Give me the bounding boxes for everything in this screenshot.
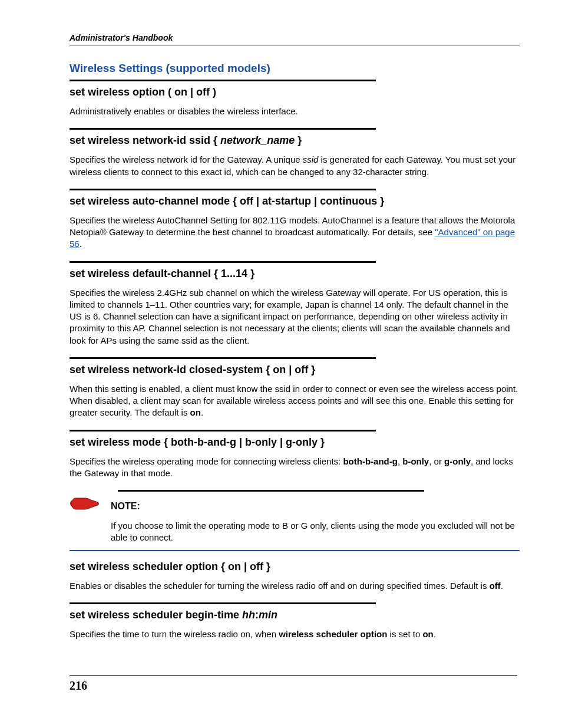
strong: g-only <box>444 456 471 466</box>
text: . <box>434 629 436 639</box>
note-label: NOTE: <box>111 501 520 512</box>
param: network_name <box>220 134 295 146</box>
strong: both-b-and-g <box>343 456 397 466</box>
text: set wireless scheduler begin-time <box>70 609 242 621</box>
term: ssid <box>303 154 319 164</box>
param: min <box>259 609 277 621</box>
divider <box>118 490 424 492</box>
note-block: NOTE: If you choose to limit the operati… <box>70 494 520 544</box>
text: Specifies the wireless operating mode fo… <box>70 456 343 466</box>
text: , <box>398 456 402 466</box>
running-header: Administrator's Handbook <box>70 33 520 42</box>
divider <box>70 128 376 130</box>
divider <box>70 602 376 604</box>
param: hh <box>242 609 255 621</box>
cmd-body: Specifies the wireless operating mode fo… <box>70 456 520 480</box>
text: is set to <box>387 629 422 639</box>
strong: off <box>490 581 501 591</box>
text: . <box>201 407 203 417</box>
text: . <box>501 581 503 591</box>
text: Specifies the time to turn the wireless … <box>70 629 279 639</box>
cmd-body: Enables or disables the scheduler for tu… <box>70 580 520 592</box>
strong: wireless scheduler option <box>279 629 387 639</box>
section-title: Wireless Settings (supported models) <box>70 62 520 75</box>
cmd-heading: set wireless mode { both-b-and-g | b-onl… <box>70 436 520 449</box>
text: When this setting is enabled, a client m… <box>70 384 518 418</box>
cmd-body: Specifies the wireless AutoChannel Setti… <box>70 215 520 251</box>
strong: b-only <box>402 456 429 466</box>
cmd-body: Specifies the time to turn the wireless … <box>70 628 520 640</box>
strong: on <box>190 407 201 417</box>
cmd-body: Specifies the wireless network id for th… <box>70 154 520 178</box>
divider <box>70 430 376 431</box>
text: Enables or disables the scheduler for tu… <box>70 581 490 591</box>
document-page: Administrator's Handbook Wireless Settin… <box>0 0 562 728</box>
divider <box>70 261 376 263</box>
pointing-hand-icon <box>70 494 111 518</box>
cmd-heading: set wireless default-channel { 1...14 } <box>70 268 520 280</box>
cmd-heading: set wireless network-id ssid { network_n… <box>70 134 520 147</box>
cmd-heading: set wireless scheduler option { on | off… <box>70 561 520 573</box>
divider <box>70 189 376 190</box>
text: . <box>80 239 82 249</box>
cmd-heading: set wireless scheduler begin-time hh:min <box>70 609 520 621</box>
cmd-body: Specifies the wireless 2.4GHz sub channe… <box>70 287 520 347</box>
divider <box>70 80 376 81</box>
text: set wireless network-id ssid { <box>70 134 220 146</box>
strong: on <box>422 629 433 639</box>
page-number: 216 <box>70 675 517 693</box>
note-text: If you choose to limit the operating mod… <box>111 520 520 544</box>
cmd-body: Administratively enables or disables the… <box>70 106 520 117</box>
note-content: NOTE: If you choose to limit the operati… <box>111 494 520 544</box>
cmd-heading: set wireless network-id closed-system { … <box>70 364 520 376</box>
divider <box>70 357 376 359</box>
text: , or <box>429 456 444 466</box>
cmd-heading: set wireless option ( on | off ) <box>70 86 520 98</box>
top-rule <box>70 45 520 45</box>
cmd-heading: set wireless auto-channel mode { off | a… <box>70 195 520 207</box>
text: } <box>295 134 302 146</box>
cmd-body: When this setting is enabled, a client m… <box>70 383 520 419</box>
note-rule <box>70 550 520 551</box>
text: Specifies the wireless network id for th… <box>70 154 303 164</box>
